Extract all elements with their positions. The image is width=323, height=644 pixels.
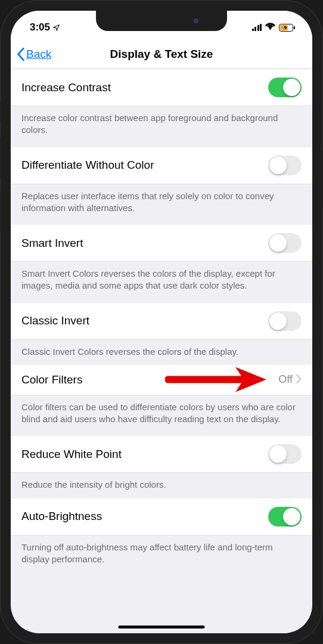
auto-brightness-label: Auto-Brightness: [21, 510, 268, 523]
increase-contrast-label: Increase Contrast: [21, 81, 268, 94]
reduce-white-point-label: Reduce White Point: [21, 448, 268, 461]
increase-contrast-row[interactable]: Increase Contrast: [11, 69, 312, 106]
smart-invert-label: Smart Invert: [21, 237, 268, 250]
cellular-signal-icon: [252, 24, 262, 31]
auto-brightness-row[interactable]: Auto-Brightness: [11, 499, 312, 535]
nav-bar: Back Display & Text Size: [11, 39, 312, 69]
location-services-icon: [52, 24, 60, 32]
phone-frame: 3:05 Back Display & Text Size: [0, 0, 323, 644]
classic-invert-row[interactable]: Classic Invert: [11, 303, 312, 340]
color-filters-label: Color Filters: [21, 373, 278, 386]
status-right: [252, 21, 296, 33]
color-filters-footer: Color filters can be used to differentia…: [11, 395, 312, 436]
classic-invert-label: Classic Invert: [21, 314, 268, 327]
reduce-white-point-toggle[interactable]: [268, 444, 302, 464]
camera-dot: [194, 18, 198, 23]
differentiate-footer: Replaces user interface items that rely …: [11, 184, 312, 225]
reduce-white-point-row[interactable]: Reduce White Point: [11, 436, 312, 473]
back-label: Back: [26, 48, 51, 61]
page-title: Display & Text Size: [110, 48, 213, 61]
differentiate-label: Differentiate Without Color: [21, 159, 268, 172]
classic-invert-footer: Classic Invert Colors reverses the color…: [11, 340, 312, 365]
smart-invert-toggle[interactable]: [268, 233, 302, 253]
auto-brightness-footer: Turning off auto-brightness may affect b…: [11, 535, 312, 577]
reduce-white-point-footer: Reduce the intensity of bright colors.: [11, 473, 312, 498]
color-filters-value: Off: [278, 373, 293, 386]
increase-contrast-footer: Increase color contrast between app fore…: [11, 106, 312, 147]
chevron-left-icon: [17, 48, 25, 61]
auto-brightness-toggle[interactable]: [268, 507, 302, 527]
back-button[interactable]: Back: [17, 48, 51, 61]
smart-invert-footer: Smart Invert Colors reverses the colors …: [11, 262, 312, 303]
mute-switch: [0, 101, 1, 122]
status-left: 3:05: [30, 21, 60, 33]
settings-list[interactable]: Increase Contrast Increase color contras…: [11, 69, 312, 633]
volume-up-button: [0, 137, 1, 179]
chevron-right-icon: [296, 373, 302, 386]
status-time: 3:05: [30, 21, 50, 33]
svg-rect-3: [294, 26, 295, 29]
battery-charging-icon: [279, 24, 296, 32]
volume-down-button: [0, 191, 1, 233]
smart-invert-row[interactable]: Smart Invert: [11, 225, 312, 262]
home-indicator[interactable]: [119, 626, 205, 628]
svg-point-0: [269, 27, 271, 29]
differentiate-toggle[interactable]: [268, 156, 302, 175]
differentiate-without-color-row[interactable]: Differentiate Without Color: [11, 147, 312, 184]
color-filters-row[interactable]: Color Filters Off: [11, 365, 312, 395]
notch: [96, 11, 227, 31]
increase-contrast-toggle[interactable]: [268, 78, 302, 97]
screen: 3:05 Back Display & Text Size: [11, 11, 312, 633]
classic-invert-toggle[interactable]: [268, 311, 302, 331]
wifi-icon: [265, 21, 275, 33]
